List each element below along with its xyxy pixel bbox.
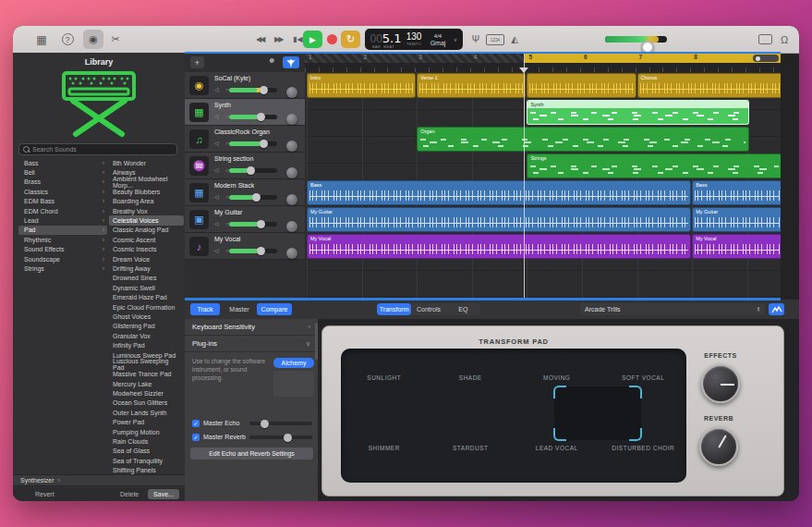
region-my-vocal[interactable]: My Vocal <box>307 234 691 259</box>
library-sound[interactable]: Pumping Motion <box>109 427 184 436</box>
library-category[interactable]: Sound Effects› <box>18 245 107 254</box>
panel-resize-divider[interactable] <box>185 298 781 300</box>
record-button[interactable] <box>327 34 337 44</box>
library-sound[interactable]: 8th Wonder <box>109 158 184 167</box>
library-sound[interactable]: Dynamic Swell <box>109 283 184 292</box>
compare-button[interactable]: Compare <box>257 303 292 315</box>
transform-pad[interactable]: SUNLIGHTSHADEMOVINGSOFT VOCALSHIMMERSTAR… <box>341 349 686 483</box>
revert-button[interactable]: Revert <box>35 491 55 497</box>
region-clip[interactable] <box>527 73 636 98</box>
track-header[interactable]: ▦ Synth ◁ ∩ <box>185 99 305 126</box>
forward-button[interactable]: ▶▶ <box>274 26 282 53</box>
pad-snapshot-label[interactable]: STARDUST <box>428 445 515 451</box>
library-sound[interactable]: Luscious Sweeping Pad <box>109 360 184 369</box>
pad-snapshot-label[interactable]: LEAD VOCAL <box>514 445 600 451</box>
alchemy-plugin-button[interactable]: Alchemy <box>273 358 314 368</box>
library-category[interactable]: Bass› <box>18 158 107 167</box>
segment-transform[interactable]: Transform <box>377 303 411 315</box>
region-bass[interactable]: Bass <box>692 180 781 205</box>
region-synth[interactable]: Synth <box>527 100 748 125</box>
timeline-arrange-area[interactable]: IntroVerse 1ChorusSynthOrganStringsBassB… <box>305 72 781 298</box>
track-volume-slider[interactable] <box>229 249 277 253</box>
library-sound[interactable]: Cosmic Ascent <box>109 235 184 244</box>
library-sound[interactable]: Modwheel Sizzler <box>109 388 184 398</box>
track-header[interactable]: ▦ Modern Stack ◁ ∩ <box>185 179 305 206</box>
track-pan-knob[interactable] <box>286 248 297 259</box>
region-organ[interactable]: Organ <box>417 127 749 152</box>
library-sound[interactable]: Boarding Area <box>109 197 184 206</box>
master-reverb-checkbox[interactable]: ✓ <box>192 434 200 441</box>
library-category[interactable]: EDM Bass› <box>18 197 107 206</box>
instrument-row[interactable]: Synthesizer › <box>13 474 185 486</box>
editors-scissors-icon[interactable]: ✂ <box>109 26 122 53</box>
track-header[interactable]: ◉ SoCal (Kyle) ◁ ∩ <box>185 72 305 99</box>
library-sound[interactable]: Rain Clouds <box>109 436 184 446</box>
region-my-vocal[interactable]: My Vocal <box>692 234 781 259</box>
library-sound[interactable]: Glistening Pad <box>109 322 184 331</box>
delete-button[interactable]: Delete <box>120 491 139 497</box>
library-sound[interactable]: Granular Vox <box>109 331 184 340</box>
library-category[interactable]: Rhythmic› <box>18 235 107 244</box>
loop-browser-icon[interactable]: Ω <box>778 26 791 53</box>
pad-snapshot-label[interactable]: SHIMMER <box>341 445 428 451</box>
master-echo-slider[interactable] <box>249 422 312 425</box>
effects-knob[interactable] <box>701 364 740 403</box>
library-sound[interactable]: Ambient Modwheel Morp... <box>109 178 184 187</box>
preset-stepper-icon[interactable]: ▲▼ <box>757 307 760 312</box>
library-sound[interactable]: Emerald Haze Pad <box>109 292 184 301</box>
play-button[interactable]: ▶ <box>303 31 322 48</box>
cycle-button[interactable]: ↻ <box>341 31 360 48</box>
library-category[interactable]: Pad› <box>18 226 107 235</box>
library-sound[interactable]: Cosmic Insects <box>109 245 184 254</box>
display-mode-icon[interactable] <box>757 26 772 53</box>
pad-snapshot-label[interactable]: MOVING <box>514 374 600 381</box>
playhead-handle[interactable] <box>519 67 528 73</box>
pad-snapshot-label[interactable]: SHADE <box>428 374 515 381</box>
region-verse-1[interactable]: Verse 1 <box>417 73 526 98</box>
library-sound[interactable]: Drowned Sines <box>109 274 184 283</box>
track-header[interactable]: ▣ My Guitar ◁ ∩ <box>185 206 305 233</box>
lcd-tempo[interactable]: 130 TEMPO <box>402 29 426 50</box>
region-strings[interactable]: Strings <box>527 153 781 178</box>
save-button[interactable]: Save... <box>148 489 179 499</box>
tuner-icon[interactable]: Ψ <box>469 26 482 53</box>
zoom-slider[interactable] <box>753 55 779 62</box>
region-chorus[interactable]: Chorus <box>637 73 781 98</box>
track-header[interactable]: ♒ String section ◁ ∩ <box>185 153 305 179</box>
reverb-knob[interactable] <box>699 427 738 466</box>
library-sound[interactable]: Dream Voice <box>109 254 184 264</box>
track-volume-slider[interactable] <box>229 88 277 92</box>
count-in-icon[interactable]: 1234 <box>486 34 504 45</box>
pad-snapshot-label[interactable]: DISTURBED CHOIR <box>600 445 687 451</box>
lcd-display[interactable]: 005.1 BAR BEAT 130 TEMPO 4/4 Gmaj ∨ <box>365 29 463 50</box>
library-sound[interactable]: Power Pad <box>109 418 184 427</box>
library-category[interactable]: Strings› <box>18 264 107 273</box>
library-sound[interactable]: Epic Cloud Formation <box>109 302 184 312</box>
library-sound[interactable]: Ghost Voices <box>109 312 184 321</box>
track-pan-knob[interactable] <box>286 141 297 152</box>
track-pan-knob[interactable] <box>286 194 297 205</box>
track-pan-knob[interactable] <box>286 87 297 98</box>
smart-controls-icon[interactable]: ◉ <box>83 30 103 49</box>
library-sound[interactable]: Breathy Vox <box>109 206 184 215</box>
rewind-button[interactable]: ◀◀ <box>256 26 263 53</box>
pad-snapshot-label[interactable]: SUNLIGHT <box>341 374 428 381</box>
library-sound[interactable]: Drifting Away <box>109 264 184 273</box>
library-sound[interactable]: Classic Analog Pad <box>109 226 184 235</box>
library-sound[interactable]: Outer Lands Synth <box>109 408 184 417</box>
region-intro[interactable]: Intro <box>307 73 416 98</box>
patch-preset-dropdown[interactable]: Arcade Trills ▲▼ <box>580 303 765 315</box>
quick-help-icon[interactable]: ? <box>61 26 74 53</box>
arpeggiator-icon[interactable] <box>769 303 784 315</box>
tab-track[interactable]: Track <box>190 303 220 315</box>
library-category[interactable]: Brass› <box>18 178 107 187</box>
library-category[interactable]: Soundscape› <box>18 254 107 264</box>
region-bass[interactable]: Bass <box>307 180 691 205</box>
region-my-guitar[interactable]: My Guitar <box>307 207 691 232</box>
library-sound[interactable]: Ocean Sun Glitters <box>109 398 184 408</box>
transform-pad-selection[interactable] <box>554 386 641 440</box>
library-category[interactable]: EDM Chord› <box>18 206 107 215</box>
master-reverb-slider[interactable] <box>249 435 312 439</box>
track-pan-knob[interactable] <box>286 167 297 178</box>
library-sound[interactable]: Sea of Tranquility <box>109 456 184 465</box>
